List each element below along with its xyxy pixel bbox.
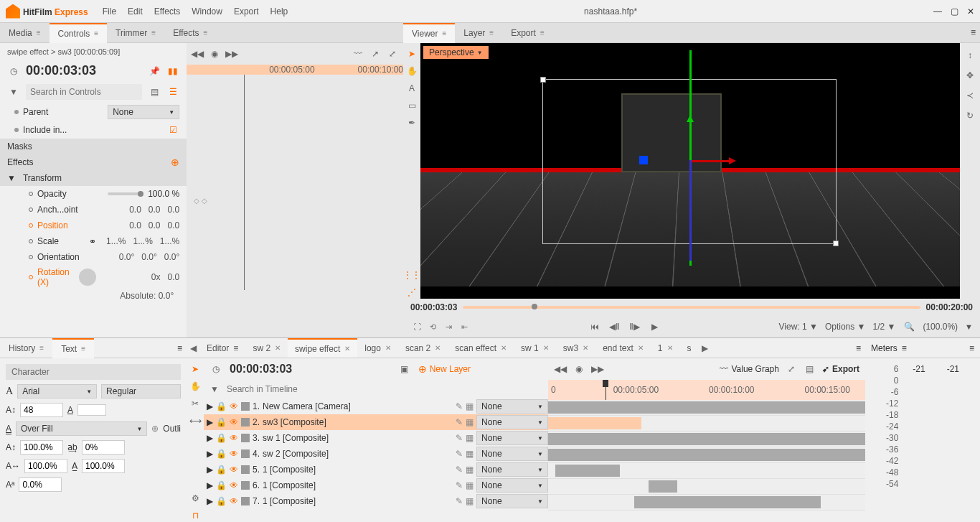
menu-icon[interactable]: ≡ (442, 29, 446, 37)
layer-parent-dropdown[interactable]: None▼ (476, 415, 548, 429)
layer-row[interactable]: ▶ 🔒 👁 5. 1 [Composite] ✎ ▦ (204, 462, 476, 477)
masks-header[interactable]: Masks (7, 141, 179, 152)
export-button[interactable]: ➹ Export (822, 364, 859, 374)
track[interactable] (548, 495, 865, 511)
next-tab-icon[interactable]: ▶ (699, 342, 712, 355)
lock-icon[interactable]: 🔒 (216, 465, 227, 475)
editor-tab-endtext[interactable]: end text✕ (595, 339, 651, 358)
hand-tool-icon[interactable]: ✋ (405, 65, 418, 78)
layer-parent-dropdown[interactable]: None▼ (476, 462, 548, 477)
lock-icon[interactable]: 🔒 (216, 496, 227, 506)
menu-edit[interactable]: Edit (128, 6, 143, 17)
edit-icon[interactable]: ✎ (456, 417, 463, 427)
blend-icon[interactable]: ▦ (466, 480, 473, 490)
timeline-ruler[interactable]: 0 00:00:05:00 00:00:10:00 00:00:15:00 (548, 380, 865, 400)
layer-parent-dropdown[interactable]: None▼ (476, 478, 548, 493)
expand-icon[interactable]: ▶ (207, 465, 213, 475)
blend-icon[interactable]: ▦ (466, 449, 473, 459)
graph-icon[interactable]: 〰 (352, 47, 364, 60)
character-header[interactable]: Character (6, 364, 181, 380)
minimize-icon[interactable]: — (933, 6, 942, 17)
layer-color[interactable] (241, 434, 250, 442)
maximize-icon[interactable]: ▢ (951, 6, 958, 17)
menu-export[interactable]: Export (234, 6, 259, 17)
menu-icon[interactable]: ≡ (204, 29, 208, 37)
menu-icon[interactable]: ≡ (94, 29, 98, 37)
layer-row[interactable]: ▶ 🔒 👁 2. sw3 [Composite] ✎ ▦ (204, 414, 476, 430)
move-icon[interactable]: ✥ (963, 69, 976, 82)
value-graph-button[interactable]: 〰 Value Graph (720, 364, 779, 374)
weight-dropdown[interactable]: Regular (101, 384, 181, 399)
blend-icon[interactable]: ▦ (466, 417, 473, 427)
visibility-icon[interactable]: 👁 (230, 465, 238, 475)
resolution-dropdown[interactable]: 1/2 ▼ (873, 322, 896, 332)
menu-window[interactable]: Window (192, 6, 222, 17)
clip[interactable] (634, 496, 821, 508)
rotation-dial[interactable] (79, 269, 96, 286)
play-icon[interactable]: ▶ (649, 320, 661, 333)
viewer-canvas[interactable]: Perspective▼ (420, 43, 960, 299)
list-view-alt-icon[interactable]: ☰ (166, 85, 179, 98)
lock-icon[interactable]: 🔒 (216, 417, 227, 427)
track[interactable] (548, 400, 865, 416)
layer-row[interactable]: ▶ 🔒 👁 1. New Camera [Camera] ✎ ▦ (204, 399, 476, 414)
search-controls-input[interactable] (26, 84, 142, 100)
view-dropdown[interactable]: View: 1 ▼ (779, 322, 818, 332)
clock-icon[interactable]: ◷ (209, 363, 222, 376)
editor-tab-scan2[interactable]: scan 2✕ (398, 339, 448, 358)
filter-icon[interactable]: ▼ (7, 85, 20, 98)
track[interactable] (548, 416, 865, 432)
go-start-icon[interactable]: ⏮ (588, 320, 601, 333)
move-y-icon[interactable]: ↕ (963, 49, 976, 62)
visibility-icon[interactable]: 👁 (230, 449, 238, 459)
layer-color[interactable] (241, 497, 250, 505)
layer-parent-dropdown[interactable]: None▼ (476, 431, 548, 445)
panel-menu-icon[interactable]: ≡ (852, 339, 865, 358)
rect-tool-icon[interactable]: ▭ (405, 99, 418, 112)
menu-icon[interactable]: ≡ (489, 29, 494, 37)
keyframe-marker[interactable]: ◇ ◇ (194, 197, 207, 205)
scale-h-input[interactable] (24, 459, 67, 473)
tab-trimmer[interactable]: Trimmer≡ (107, 23, 164, 43)
blend-icon[interactable]: ▦ (466, 496, 473, 506)
scale-v-input[interactable] (20, 440, 63, 455)
tab-text[interactable]: Text≡ (52, 338, 94, 358)
panel-menu-icon[interactable]: ≡ (173, 339, 187, 358)
menu-icon[interactable]: ≡ (540, 29, 545, 37)
alignment-icon[interactable]: ⋮⋮ (405, 269, 418, 281)
editor-tab-swipe[interactable]: swipe effect✕ (288, 338, 357, 358)
close-icon[interactable]: ✕ (967, 6, 974, 17)
tab-controls[interactable]: Controls≡ (50, 23, 108, 43)
select-tool-icon[interactable]: ➤ (189, 363, 202, 376)
playhead[interactable] (606, 380, 606, 400)
layer-color[interactable] (241, 418, 250, 427)
visibility-icon[interactable]: 👁 (230, 417, 238, 427)
menu-help[interactable]: Help (270, 6, 288, 17)
loop-icon[interactable]: ⟲ (426, 320, 439, 333)
track[interactable] (548, 463, 865, 479)
layer-parent-dropdown[interactable]: None▼ (476, 399, 548, 414)
clip[interactable] (548, 433, 865, 445)
expand-icon[interactable]: ▶ (207, 417, 213, 427)
menu-file[interactable]: File (103, 6, 116, 17)
parent-dropdown[interactable]: None▼ (108, 105, 179, 119)
pin-icon[interactable]: 📌 (148, 65, 161, 78)
baseline-input[interactable] (19, 477, 62, 492)
lock-icon[interactable]: 🔒 (216, 480, 227, 490)
visibility-icon[interactable]: 👁 (230, 480, 238, 490)
menu-icon[interactable]: ≡ (37, 29, 41, 37)
magnet-icon[interactable]: ⊓ (189, 509, 202, 522)
menu-effects[interactable]: Effects (154, 6, 180, 17)
transform-header[interactable]: Transform (23, 173, 179, 183)
visibility-icon[interactable]: 👁 (230, 401, 238, 411)
curve-icon[interactable]: ↗ (369, 47, 382, 60)
playhead[interactable] (244, 75, 245, 290)
layer-color[interactable] (241, 465, 250, 474)
leading-input[interactable] (82, 459, 125, 473)
editor-tab-overflow[interactable]: s (680, 339, 699, 358)
rotate-icon[interactable]: ↻ (963, 109, 976, 122)
panel-menu-icon[interactable]: ≡ (969, 343, 974, 353)
prev-frame-icon[interactable]: ◀Ⅱ (608, 320, 621, 333)
range-icon[interactable]: ⇤ (458, 320, 471, 333)
tracking-input[interactable] (82, 440, 125, 455)
